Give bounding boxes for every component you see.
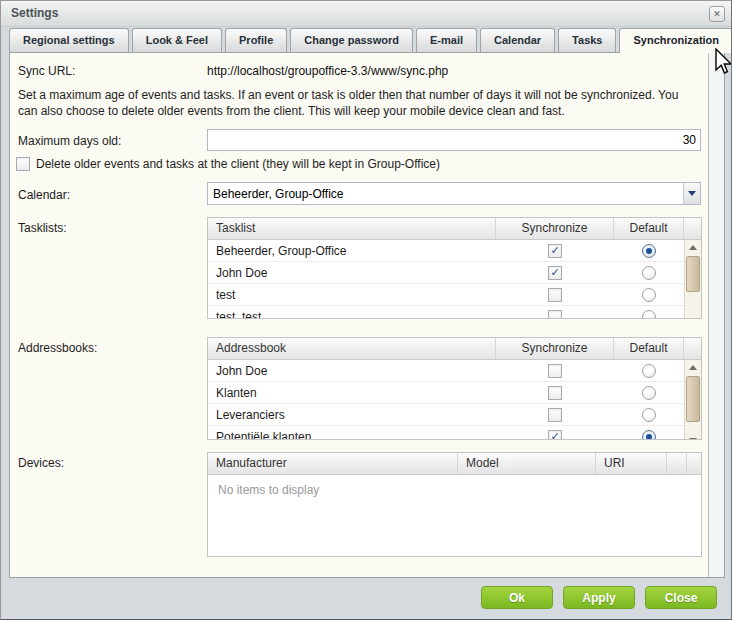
close-icon[interactable]: ✕ [709,6,725,22]
calendar-label: Calendar: [18,188,70,202]
column-header-uri[interactable]: URI [596,453,667,474]
chevron-down-icon[interactable] [683,183,700,204]
column-header-stub [684,338,701,359]
devices-grid: Manufacturer Model URI No items to displ… [207,452,702,557]
column-header-tasklist[interactable]: Tasklist [208,218,496,239]
table-row[interactable]: John Doe ✓ [208,360,684,382]
tab-bar: Regional settingsLook & FeelProfileChang… [9,28,725,53]
default-radio[interactable] [642,386,656,400]
default-radio[interactable] [642,288,656,302]
scroll-up-icon[interactable] [685,360,701,375]
tab-e-mail[interactable]: E-mail [416,28,477,52]
column-header-default[interactable]: Default [614,338,684,359]
column-header-stub [667,453,687,474]
devices-label: Devices: [18,456,64,470]
description-text: Set a maximum age of events and tasks. I… [18,87,700,119]
table-row[interactable]: Leveranciers ✓ [208,404,684,426]
tasklists-rows: Beheerder, Group-Office ✓ John Doe ✓ tes… [208,240,684,319]
row-label: Beheerder, Group-Office [208,244,496,258]
synchronize-checkbox[interactable]: ✓ [548,266,562,280]
vertical-scrollbar[interactable] [684,360,701,440]
tab-synchronization[interactable]: Synchronization [619,28,732,53]
table-row[interactable]: test_test ✓ [208,306,684,319]
tab-profile[interactable]: Profile [225,28,287,52]
close-button[interactable]: Close [645,586,717,609]
check-icon: ✓ [550,245,559,256]
calendar-combo[interactable] [207,182,701,205]
footer: Ok Apply Close [1,578,731,619]
devices-grid-body: No items to display [208,475,701,556]
devices-empty-text: No items to display [218,483,319,497]
synchronize-checkbox[interactable]: ✓ [548,288,562,302]
default-radio[interactable] [642,408,656,422]
delete-older-label: Delete older events and tasks at the cli… [36,157,440,171]
tab-change-password[interactable]: Change password [290,28,413,52]
addressbooks-rows: John Doe ✓ Klanten ✓ Leveranciers ✓ Pote… [208,360,684,440]
scroll-down-icon[interactable] [685,313,701,319]
scroll-up-icon[interactable] [685,240,701,255]
window-title: Settings [11,1,58,26]
column-header-model[interactable]: Model [458,453,596,474]
synchronize-checkbox[interactable]: ✓ [548,364,562,378]
default-radio[interactable] [642,244,656,258]
scroll-thumb[interactable] [686,376,700,422]
tab-tasks[interactable]: Tasks [558,28,616,52]
row-label: Leveranciers [208,408,496,422]
table-row[interactable]: Klanten ✓ [208,382,684,404]
check-icon: ✓ [550,431,559,440]
table-row[interactable]: John Doe ✓ [208,262,684,284]
default-radio[interactable] [642,430,656,441]
synchronize-checkbox[interactable]: ✓ [548,408,562,422]
default-radio[interactable] [642,310,656,320]
row-label: test [208,288,496,302]
synchronize-checkbox[interactable]: ✓ [548,310,562,320]
apply-button[interactable]: Apply [563,586,635,609]
column-header-stub [687,453,701,474]
max-days-label: Maximum days old: [18,134,121,148]
column-header-manufacturer[interactable]: Manufacturer [208,453,458,474]
tasklists-label: Tasklists: [18,221,67,235]
titlebar[interactable]: Settings ✕ [1,1,731,27]
delete-older-checkbox[interactable]: ✓ [16,157,30,171]
default-radio[interactable] [642,266,656,280]
tasklists-grid: Tasklist Synchronize Default Beheerder, … [207,217,702,319]
calendar-combo-input[interactable] [208,183,683,204]
tab-calendar[interactable]: Calendar [480,28,555,52]
check-icon: ✓ [550,267,559,278]
synchronize-checkbox[interactable]: ✓ [548,430,562,441]
synchronization-form: Sync URL: http://localhost/groupoffice-3… [10,53,709,577]
row-label: test_test [208,310,496,320]
row-label: Potentiële klanten [208,430,496,441]
column-header-addressbook[interactable]: Addressbook [208,338,496,359]
addressbooks-grid-header: Addressbook Synchronize Default [208,338,701,360]
table-row[interactable]: Potentiële klanten ✓ [208,426,684,440]
tab-regional-settings[interactable]: Regional settings [9,28,129,52]
addressbooks-label: Addressbooks: [18,341,97,355]
settings-window: Settings ✕ Regional settingsLook & FeelP… [0,0,732,620]
addressbooks-grid: Addressbook Synchronize Default John Doe… [207,337,702,440]
delete-older-row: ✓ Delete older events and tasks at the c… [16,157,440,171]
synchronize-checkbox[interactable]: ✓ [548,244,562,258]
synchronize-checkbox[interactable]: ✓ [548,386,562,400]
row-label: John Doe [208,364,496,378]
scroll-thumb[interactable] [686,256,700,292]
vertical-scrollbar[interactable] [684,240,701,319]
column-header-stub [684,218,701,239]
scroll-down-icon[interactable] [685,433,701,440]
column-header-synchronize[interactable]: Synchronize [496,338,614,359]
tasklists-grid-header: Tasklist Synchronize Default [208,218,701,240]
tab-panel: Sync URL: http://localhost/groupoffice-3… [9,52,725,578]
max-days-input[interactable] [207,129,701,151]
table-row[interactable]: test ✓ [208,284,684,306]
ok-button[interactable]: Ok [481,586,553,609]
sync-url-value: http://localhost/groupoffice-3.3/www/syn… [207,64,448,78]
column-header-default[interactable]: Default [614,218,684,239]
sync-url-label: Sync URL: [18,64,75,78]
table-row[interactable]: Beheerder, Group-Office ✓ [208,240,684,262]
tasklists-grid-body: Beheerder, Group-Office ✓ John Doe ✓ tes… [208,240,701,319]
default-radio[interactable] [642,364,656,378]
addressbooks-grid-body: John Doe ✓ Klanten ✓ Leveranciers ✓ Pote… [208,360,701,440]
devices-grid-header: Manufacturer Model URI [208,453,701,475]
column-header-synchronize[interactable]: Synchronize [496,218,614,239]
tab-look-feel[interactable]: Look & Feel [132,28,222,52]
